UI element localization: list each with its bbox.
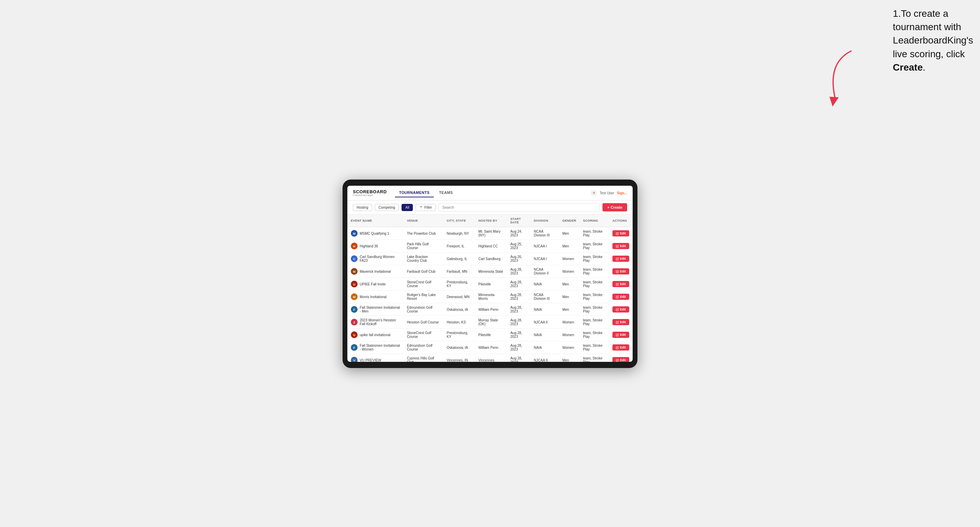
city-state-cell: Prestonsburg, KY [443, 329, 475, 341]
event-name: UPIKE Fall Invite [360, 283, 386, 286]
gender-cell: Women [559, 252, 579, 265]
event-name: VU PREVIEW [360, 359, 381, 362]
start-date-cell: Aug 28, 2023 [507, 303, 530, 316]
event-name: 2023 Women's Hesston Fall Kickoff [360, 318, 400, 326]
actions-cell: Edit [609, 252, 633, 265]
city-state-cell: Faribault, MN [443, 265, 475, 278]
gender-cell: Men [559, 227, 579, 240]
division-cell: NCAA Division III [530, 227, 559, 240]
competing-button[interactable]: Competing [375, 204, 399, 211]
filter-button[interactable]: Filter [415, 204, 436, 211]
edit-button[interactable]: Edit [612, 306, 629, 313]
start-date-cell: Aug 24, 2023 [507, 227, 530, 240]
edit-icon [616, 295, 619, 298]
start-date-cell: Aug 28, 2023 [507, 278, 530, 290]
edit-button[interactable]: Edit [612, 357, 629, 362]
actions-cell: Edit [609, 329, 633, 341]
edit-icon [616, 244, 619, 248]
toolbar: Hosting Competing All Filter + Create [347, 200, 633, 214]
event-name-cell: U UPIKE Fall Invite [347, 278, 404, 290]
scoring-cell: team, Stroke Play [579, 329, 609, 341]
actions-cell: Edit [609, 341, 633, 354]
edit-button[interactable]: Edit [612, 243, 629, 249]
svg-text:M: M [353, 270, 356, 273]
start-date-cell: Aug 28, 2023 [507, 329, 530, 341]
logo-area: SCOREBOARD Powered by Clippit [353, 189, 387, 196]
scoring-cell: team, Stroke Play [579, 290, 609, 303]
all-button[interactable]: All [401, 204, 413, 211]
division-cell: NCAA Division III [530, 290, 559, 303]
svg-text:C: C [353, 257, 356, 261]
hosted-by-cell: Murray State (OK) [475, 316, 507, 329]
division-cell: NAIA [530, 303, 559, 316]
svg-text:M: M [353, 232, 356, 235]
hosted-by-cell: Minnesota State [475, 265, 507, 278]
team-icon: F [351, 344, 358, 351]
tab-teams[interactable]: TEAMS [435, 189, 457, 197]
edit-icon [616, 257, 619, 260]
actions-cell: Edit [609, 265, 633, 278]
edit-button[interactable]: Edit [612, 294, 629, 300]
create-button[interactable]: + Create [603, 203, 627, 211]
edit-button[interactable]: Edit [612, 256, 629, 262]
scoring-cell: team, Stroke Play [579, 341, 609, 354]
edit-button[interactable]: Edit [612, 332, 629, 338]
tablet-screen: SCOREBOARD Powered by Clippit TOURNAMENT… [347, 186, 633, 362]
app-header: SCOREBOARD Powered by Clippit TOURNAMENT… [347, 186, 633, 200]
team-icon: F [351, 306, 358, 313]
division-cell: NCAA Division II [530, 265, 559, 278]
venue-cell: The Powelton Club [404, 227, 443, 240]
edit-button[interactable]: Edit [612, 281, 629, 287]
actions-cell: Edit [609, 227, 633, 240]
venue-cell: Ruttger's Bay Lake Resort [404, 290, 443, 303]
start-date-cell: Aug 28, 2023 [507, 265, 530, 278]
start-date-cell: Aug 28, 2023 [507, 290, 530, 303]
city-state-cell: Newburgh, NY [443, 227, 475, 240]
col-header-city--state: CITY, STATE [443, 214, 475, 227]
division-cell: NJCAA I [530, 252, 559, 265]
venue-cell: Cypress Hills Golf Club [404, 354, 443, 362]
table-row: 2 2023 Women's Hesston Fall Kickoff Hess… [347, 316, 633, 329]
edit-button[interactable]: Edit [612, 319, 629, 325]
search-input[interactable] [439, 203, 600, 211]
events-table: EVENT NAMEVENUECITY, STATEHOSTED BYSTART… [347, 214, 633, 362]
edit-button[interactable]: Edit [612, 268, 629, 275]
sign-button[interactable]: Sign... [617, 191, 627, 195]
hosted-by-cell: Mt. Saint Mary (NY) [475, 227, 507, 240]
division-cell: NJCAA II [530, 316, 559, 329]
table-row: F Fall Statesmen Invitational - Women Ed… [347, 341, 633, 354]
edit-button[interactable]: Edit [612, 230, 629, 237]
edit-icon [616, 346, 619, 349]
scoring-cell: team, Stroke Play [579, 278, 609, 290]
edit-icon [616, 321, 619, 324]
hosting-button[interactable]: Hosting [353, 204, 372, 211]
col-header-gender: GENDER [559, 214, 579, 227]
venue-cell: Hesston Golf Course [404, 316, 443, 329]
svg-text:H: H [353, 244, 356, 248]
table-row: H Highland 36 Park Hills Golf CourseFree… [347, 240, 633, 252]
edit-button[interactable]: Edit [612, 344, 629, 351]
team-icon: M [351, 230, 358, 237]
team-icon: H [351, 243, 358, 249]
event-name-cell: F Fall Statesmen Invitational - Women [347, 341, 404, 354]
svg-text:F: F [353, 308, 355, 311]
annotation-arrow [802, 44, 864, 113]
event-name: Highland 36 [360, 244, 378, 248]
city-state-cell: Galesburg, IL [443, 252, 475, 265]
table-row: V VU PREVIEW Cypress Hills Golf ClubVinc… [347, 354, 633, 362]
division-cell: NAIA [530, 329, 559, 341]
nav-tabs: TOURNAMENTS TEAMS [395, 189, 457, 197]
edit-icon [616, 359, 619, 362]
svg-text:M: M [353, 295, 356, 299]
gender-cell: Women [559, 329, 579, 341]
svg-text:U: U [353, 333, 356, 337]
scoring-cell: team, Stroke Play [579, 240, 609, 252]
city-state-cell: Hesston, KS [443, 316, 475, 329]
gender-cell: Women [559, 316, 579, 329]
event-name-cell: M Morris Invitational [347, 290, 404, 303]
actions-cell: Edit [609, 316, 633, 329]
gender-cell: Men [559, 303, 579, 316]
svg-point-1 [593, 192, 595, 194]
gear-icon[interactable] [591, 190, 597, 196]
tab-tournaments[interactable]: TOURNAMENTS [395, 189, 434, 197]
